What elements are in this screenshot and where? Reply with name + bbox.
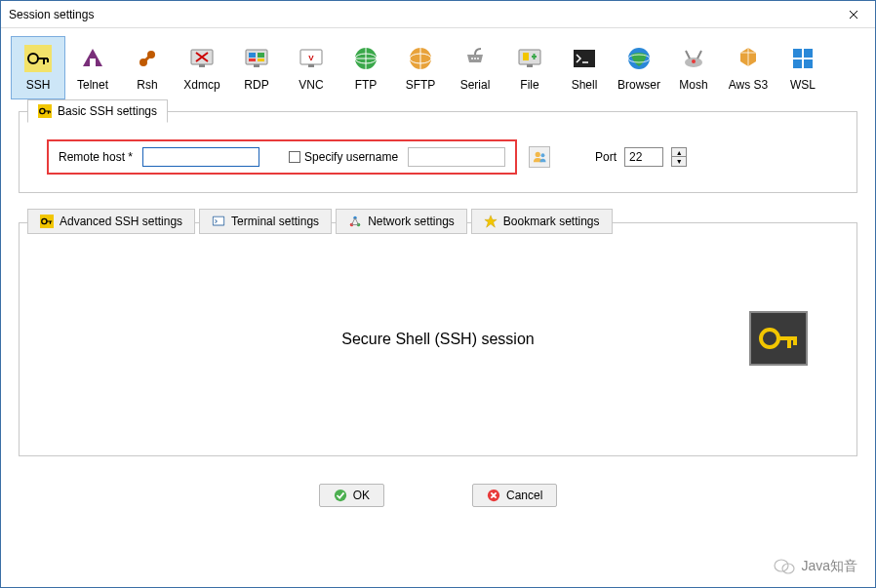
port-input[interactable] xyxy=(624,147,663,167)
window-title: Session settings xyxy=(9,8,94,21)
protocol-browser[interactable]: Browser xyxy=(612,36,666,99)
protocol-serial[interactable]: Serial xyxy=(448,36,502,99)
protocol-label: Telnet xyxy=(77,78,108,92)
protocol-sftp[interactable]: SFTP xyxy=(393,36,448,99)
svg-rect-12 xyxy=(254,64,259,67)
browser-icon xyxy=(625,45,653,72)
ok-label: OK xyxy=(353,489,370,502)
protocol-label: Serial xyxy=(460,78,491,92)
titlebar: Session settings xyxy=(1,1,875,28)
telnet-icon xyxy=(79,45,106,72)
remote-host-label: Remote host * xyxy=(59,150,133,164)
svg-point-21 xyxy=(474,58,476,59)
protocol-shell[interactable]: Shell xyxy=(557,36,612,99)
protocol-label: WSL xyxy=(790,78,816,92)
protocol-label: SSH xyxy=(26,78,51,92)
protocol-rdp[interactable]: RDP xyxy=(229,36,284,99)
protocol-vnc[interactable]: VVNC xyxy=(284,36,338,99)
shell-icon xyxy=(571,45,598,72)
protocol-label: File xyxy=(520,78,538,92)
mosh-icon xyxy=(680,45,707,72)
protocol-label: VNC xyxy=(299,78,323,92)
svg-point-30 xyxy=(692,59,696,63)
tab-basic-label: Basic SSH settings xyxy=(58,104,157,118)
svg-rect-8 xyxy=(249,53,256,58)
checkbox-icon xyxy=(289,151,300,163)
aws-icon xyxy=(735,45,762,72)
protocol-ftp[interactable]: FTP xyxy=(338,36,393,99)
cancel-button[interactable]: Cancel xyxy=(472,484,557,507)
check-icon xyxy=(334,489,347,502)
specify-username-label: Specify username xyxy=(304,150,398,164)
svg-rect-33 xyxy=(793,59,802,68)
wechat-icon xyxy=(774,558,795,575)
svg-rect-32 xyxy=(804,49,813,58)
svg-rect-10 xyxy=(249,59,256,61)
protocol-aws[interactable]: Aws S3 xyxy=(721,36,776,99)
protocol-ssh[interactable]: SSH xyxy=(11,36,65,99)
key-icon xyxy=(38,104,52,118)
basic-settings-panel: Basic SSH settings Remote host * Specify… xyxy=(19,111,857,193)
ftp-icon xyxy=(352,45,379,72)
remote-host-input[interactable] xyxy=(142,147,259,167)
sftp-icon xyxy=(407,45,434,72)
svg-rect-26 xyxy=(574,50,595,67)
svg-point-20 xyxy=(471,58,473,59)
port-step-up[interactable]: ▲ xyxy=(672,148,686,157)
svg-point-48 xyxy=(335,490,346,501)
svg-rect-31 xyxy=(793,49,802,58)
svg-point-50 xyxy=(775,560,788,571)
protocol-toolbar: SSHTelnetRshXdmcpRDPVVNCFTPSFTPSerialFil… xyxy=(1,28,875,105)
serial-icon xyxy=(461,45,489,72)
protocol-file[interactable]: File xyxy=(502,36,557,99)
svg-point-22 xyxy=(477,58,479,59)
svg-rect-25 xyxy=(527,64,533,67)
rdp-icon xyxy=(243,45,270,72)
protocol-mosh[interactable]: Mosh xyxy=(666,36,721,99)
session-description: Secure Shell (SSH) session xyxy=(341,331,534,348)
protocol-label: SFTP xyxy=(406,78,436,92)
svg-rect-15 xyxy=(308,64,314,67)
highlighted-area: Remote host * Specify username xyxy=(47,139,517,175)
protocol-label: Mosh xyxy=(679,78,707,92)
protocol-rsh[interactable]: Rsh xyxy=(120,36,175,99)
protocol-xdmcp[interactable]: Xdmcp xyxy=(175,36,229,99)
port-step-down[interactable]: ▼ xyxy=(672,157,686,166)
cancel-icon xyxy=(487,489,500,502)
protocol-label: FTP xyxy=(355,78,378,92)
protocol-label: Shell xyxy=(572,78,598,92)
vnc-icon: V xyxy=(298,45,325,72)
svg-rect-23 xyxy=(519,50,540,64)
ok-button[interactable]: OK xyxy=(319,484,384,507)
specify-username-checkbox[interactable]: Specify username xyxy=(289,150,398,164)
svg-text:V: V xyxy=(308,54,314,62)
protocol-label: Aws S3 xyxy=(729,78,768,92)
protocol-label: RDP xyxy=(244,78,268,92)
cancel-label: Cancel xyxy=(506,489,542,502)
svg-point-47 xyxy=(767,335,773,341)
protocol-wsl[interactable]: WSL xyxy=(776,36,830,99)
xdmcp-icon xyxy=(188,45,216,72)
file-icon xyxy=(516,45,543,72)
svg-rect-2 xyxy=(90,59,96,66)
close-button[interactable] xyxy=(834,2,873,27)
user-picker-button[interactable] xyxy=(529,146,550,168)
wsl-icon xyxy=(789,45,816,72)
port-label: Port xyxy=(595,150,617,164)
protocol-label: Browser xyxy=(617,78,660,92)
advanced-panel: Advanced SSH settings Terminal settings … xyxy=(19,222,857,456)
svg-rect-6 xyxy=(199,64,205,67)
protocol-label: Xdmcp xyxy=(183,78,219,92)
username-input[interactable] xyxy=(408,147,505,167)
svg-point-37 xyxy=(536,152,540,157)
rsh-icon xyxy=(134,45,161,72)
protocol-label: Rsh xyxy=(137,78,157,92)
svg-point-38 xyxy=(541,153,545,157)
session-key-graphic xyxy=(749,311,808,366)
port-stepper: ▲ ▼ xyxy=(671,147,687,167)
protocol-telnet[interactable]: Telnet xyxy=(65,36,120,99)
svg-rect-11 xyxy=(258,59,264,61)
watermark-text: Java知音 xyxy=(801,558,857,575)
tab-basic-ssh[interactable]: Basic SSH settings xyxy=(27,99,168,123)
ssh-icon xyxy=(24,45,52,72)
